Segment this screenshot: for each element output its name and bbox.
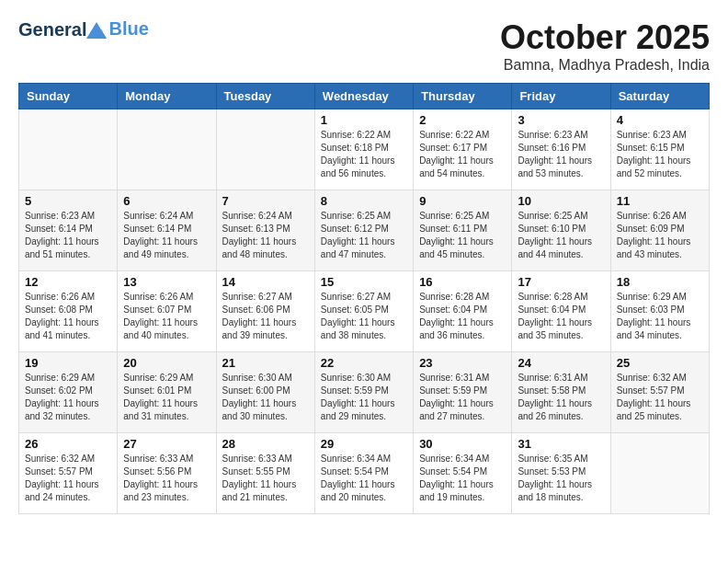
day-number: 24 xyxy=(518,356,604,370)
day-number: 17 xyxy=(518,275,604,289)
weekday-header: Monday xyxy=(118,84,216,109)
day-number: 11 xyxy=(617,194,703,208)
day-number: 10 xyxy=(518,194,604,208)
calendar-week-row: 1Sunrise: 6:22 AM Sunset: 6:18 PM Daylig… xyxy=(19,109,710,190)
calendar-cell xyxy=(610,433,709,514)
day-number: 21 xyxy=(222,356,309,370)
day-number: 26 xyxy=(25,437,111,451)
calendar-cell: 18Sunrise: 6:29 AM Sunset: 6:03 PM Dayli… xyxy=(610,271,709,352)
calendar-cell xyxy=(216,109,314,190)
day-info: Sunrise: 6:29 AM Sunset: 6:02 PM Dayligh… xyxy=(25,372,111,423)
day-info: Sunrise: 6:31 AM Sunset: 5:58 PM Dayligh… xyxy=(518,372,604,423)
weekday-header: Saturday xyxy=(610,84,709,109)
day-number: 20 xyxy=(123,356,210,370)
day-info: Sunrise: 6:34 AM Sunset: 5:54 PM Dayligh… xyxy=(321,453,407,504)
weekday-header: Wednesday xyxy=(314,84,413,109)
calendar-cell: 13Sunrise: 6:26 AM Sunset: 6:07 PM Dayli… xyxy=(118,271,216,352)
weekday-header: Thursday xyxy=(414,84,512,109)
day-number: 23 xyxy=(419,356,506,370)
day-info: Sunrise: 6:32 AM Sunset: 5:57 PM Dayligh… xyxy=(25,453,111,504)
calendar-cell: 7Sunrise: 6:24 AM Sunset: 6:13 PM Daylig… xyxy=(216,190,314,271)
weekday-header: Friday xyxy=(512,84,610,109)
day-number: 30 xyxy=(419,437,506,451)
day-number: 15 xyxy=(321,275,407,289)
day-number: 27 xyxy=(123,437,210,451)
calendar-cell: 14Sunrise: 6:27 AM Sunset: 6:06 PM Dayli… xyxy=(216,271,314,352)
day-info: Sunrise: 6:24 AM Sunset: 6:13 PM Dayligh… xyxy=(222,210,309,261)
logo-general: General xyxy=(18,19,86,40)
location-title: Bamna, Madhya Pradesh, India xyxy=(500,57,710,74)
calendar-cell: 19Sunrise: 6:29 AM Sunset: 6:02 PM Dayli… xyxy=(19,352,118,433)
day-number: 3 xyxy=(518,113,604,127)
calendar-cell: 1Sunrise: 6:22 AM Sunset: 6:18 PM Daylig… xyxy=(314,109,413,190)
day-info: Sunrise: 6:30 AM Sunset: 6:00 PM Dayligh… xyxy=(222,372,309,423)
day-number: 16 xyxy=(419,275,506,289)
title-section: October 2025 Bamna, Madhya Pradesh, Indi… xyxy=(500,18,710,74)
calendar-week-row: 19Sunrise: 6:29 AM Sunset: 6:02 PM Dayli… xyxy=(19,352,710,433)
calendar-cell: 27Sunrise: 6:33 AM Sunset: 5:56 PM Dayli… xyxy=(118,433,216,514)
day-info: Sunrise: 6:23 AM Sunset: 6:15 PM Dayligh… xyxy=(617,129,703,180)
calendar-cell: 22Sunrise: 6:30 AM Sunset: 5:59 PM Dayli… xyxy=(314,352,413,433)
calendar-cell: 5Sunrise: 6:23 AM Sunset: 6:14 PM Daylig… xyxy=(19,190,118,271)
day-number: 4 xyxy=(617,113,703,127)
calendar-week-row: 5Sunrise: 6:23 AM Sunset: 6:14 PM Daylig… xyxy=(19,190,710,271)
weekday-header: Sunday xyxy=(19,84,118,109)
calendar-cell: 24Sunrise: 6:31 AM Sunset: 5:58 PM Dayli… xyxy=(512,352,610,433)
calendar-cell: 25Sunrise: 6:32 AM Sunset: 5:57 PM Dayli… xyxy=(610,352,709,433)
calendar-cell: 17Sunrise: 6:28 AM Sunset: 6:04 PM Dayli… xyxy=(512,271,610,352)
calendar-week-row: 26Sunrise: 6:32 AM Sunset: 5:57 PM Dayli… xyxy=(19,433,710,514)
calendar-cell: 11Sunrise: 6:26 AM Sunset: 6:09 PM Dayli… xyxy=(610,190,709,271)
calendar-cell: 3Sunrise: 6:23 AM Sunset: 6:16 PM Daylig… xyxy=(512,109,610,190)
logo: General Blue xyxy=(18,18,149,40)
calendar-cell: 12Sunrise: 6:26 AM Sunset: 6:08 PM Dayli… xyxy=(19,271,118,352)
calendar-cell: 6Sunrise: 6:24 AM Sunset: 6:14 PM Daylig… xyxy=(118,190,216,271)
calendar-cell: 23Sunrise: 6:31 AM Sunset: 5:59 PM Dayli… xyxy=(414,352,512,433)
calendar-cell: 8Sunrise: 6:25 AM Sunset: 6:12 PM Daylig… xyxy=(314,190,413,271)
calendar-cell: 20Sunrise: 6:29 AM Sunset: 6:01 PM Dayli… xyxy=(118,352,216,433)
calendar-cell xyxy=(118,109,216,190)
day-info: Sunrise: 6:24 AM Sunset: 6:14 PM Dayligh… xyxy=(123,210,210,261)
day-info: Sunrise: 6:23 AM Sunset: 6:16 PM Dayligh… xyxy=(518,129,604,180)
calendar-cell: 28Sunrise: 6:33 AM Sunset: 5:55 PM Dayli… xyxy=(216,433,314,514)
day-info: Sunrise: 6:26 AM Sunset: 6:07 PM Dayligh… xyxy=(123,291,210,342)
day-number: 9 xyxy=(419,194,506,208)
calendar-cell: 29Sunrise: 6:34 AM Sunset: 5:54 PM Dayli… xyxy=(314,433,413,514)
day-number: 8 xyxy=(321,194,407,208)
calendar-week-row: 12Sunrise: 6:26 AM Sunset: 6:08 PM Dayli… xyxy=(19,271,710,352)
day-number: 13 xyxy=(123,275,210,289)
day-number: 6 xyxy=(123,194,210,208)
day-info: Sunrise: 6:35 AM Sunset: 5:53 PM Dayligh… xyxy=(518,453,604,504)
day-info: Sunrise: 6:22 AM Sunset: 6:17 PM Dayligh… xyxy=(419,129,506,180)
logo-blue: Blue xyxy=(108,18,148,40)
day-info: Sunrise: 6:29 AM Sunset: 6:03 PM Dayligh… xyxy=(617,291,703,342)
header: General Blue October 2025 Bamna, Madhya … xyxy=(18,18,710,74)
calendar-cell: 10Sunrise: 6:25 AM Sunset: 6:10 PM Dayli… xyxy=(512,190,610,271)
calendar-cell: 16Sunrise: 6:28 AM Sunset: 6:04 PM Dayli… xyxy=(414,271,512,352)
day-info: Sunrise: 6:32 AM Sunset: 5:57 PM Dayligh… xyxy=(617,372,703,423)
day-info: Sunrise: 6:25 AM Sunset: 6:11 PM Dayligh… xyxy=(419,210,506,261)
calendar-cell xyxy=(19,109,118,190)
calendar-cell: 9Sunrise: 6:25 AM Sunset: 6:11 PM Daylig… xyxy=(414,190,512,271)
calendar-cell: 2Sunrise: 6:22 AM Sunset: 6:17 PM Daylig… xyxy=(414,109,512,190)
day-number: 25 xyxy=(617,356,703,370)
day-info: Sunrise: 6:23 AM Sunset: 6:14 PM Dayligh… xyxy=(25,210,111,261)
calendar-cell: 15Sunrise: 6:27 AM Sunset: 6:05 PM Dayli… xyxy=(314,271,413,352)
day-info: Sunrise: 6:28 AM Sunset: 6:04 PM Dayligh… xyxy=(419,291,506,342)
calendar: SundayMondayTuesdayWednesdayThursdayFrid… xyxy=(18,83,710,514)
day-info: Sunrise: 6:26 AM Sunset: 6:09 PM Dayligh… xyxy=(617,210,703,261)
day-info: Sunrise: 6:22 AM Sunset: 6:18 PM Dayligh… xyxy=(321,129,407,180)
day-info: Sunrise: 6:26 AM Sunset: 6:08 PM Dayligh… xyxy=(25,291,111,342)
calendar-cell: 30Sunrise: 6:34 AM Sunset: 5:54 PM Dayli… xyxy=(414,433,512,514)
day-info: Sunrise: 6:29 AM Sunset: 6:01 PM Dayligh… xyxy=(123,372,210,423)
calendar-cell: 31Sunrise: 6:35 AM Sunset: 5:53 PM Dayli… xyxy=(512,433,610,514)
calendar-cell: 26Sunrise: 6:32 AM Sunset: 5:57 PM Dayli… xyxy=(19,433,118,514)
day-number: 22 xyxy=(321,356,407,370)
day-info: Sunrise: 6:30 AM Sunset: 5:59 PM Dayligh… xyxy=(321,372,407,423)
day-info: Sunrise: 6:33 AM Sunset: 5:56 PM Dayligh… xyxy=(123,453,210,504)
day-info: Sunrise: 6:27 AM Sunset: 6:06 PM Dayligh… xyxy=(222,291,309,342)
weekday-header: Tuesday xyxy=(216,84,314,109)
day-number: 14 xyxy=(222,275,309,289)
month-title: October 2025 xyxy=(500,18,710,57)
day-info: Sunrise: 6:27 AM Sunset: 6:05 PM Dayligh… xyxy=(321,291,407,342)
day-number: 2 xyxy=(419,113,506,127)
